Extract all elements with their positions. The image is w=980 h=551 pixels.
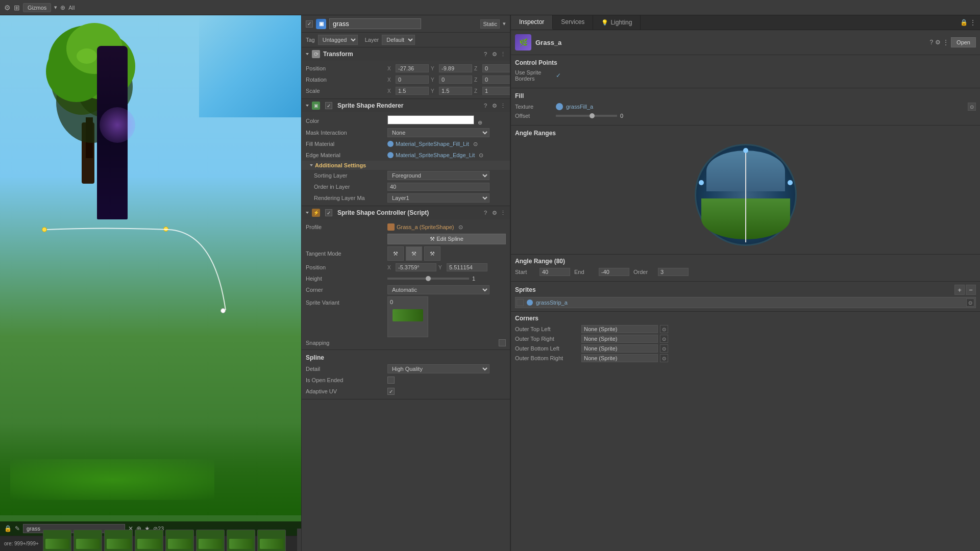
rot-x-input[interactable] xyxy=(396,76,429,84)
sprites-remove-btn[interactable]: − xyxy=(966,285,976,295)
transform-menu-icon[interactable]: ⋮ xyxy=(500,51,506,58)
offset-slider[interactable] xyxy=(556,115,617,117)
rot-z-input[interactable] xyxy=(482,76,510,84)
settings-icon[interactable]: ⚙ xyxy=(4,4,11,12)
pos-y-input[interactable] xyxy=(439,64,472,72)
corner-dropdown[interactable]: Automatic xyxy=(387,285,489,294)
ssc-menu-icon[interactable]: ⋮ xyxy=(500,210,506,216)
object-active-checkbox[interactable] xyxy=(306,20,313,28)
tangent-btn-1[interactable]: ⚒ xyxy=(387,246,404,261)
spline-dot-1[interactable] xyxy=(42,227,47,232)
color-eyedropper[interactable]: ⊕ xyxy=(478,119,482,126)
thumb-5[interactable] xyxy=(165,530,194,552)
order-input[interactable] xyxy=(658,268,689,276)
thumb-6[interactable] xyxy=(196,530,225,552)
scale-x-input[interactable] xyxy=(396,87,429,95)
angle-dot-left[interactable] xyxy=(699,180,704,185)
sprite-variant-box[interactable]: 0 xyxy=(387,296,428,337)
thumb-2[interactable] xyxy=(74,530,102,552)
ssc-header[interactable]: ⚡ Sprite Shape Controller (Script) ? ⚙ ⋮ xyxy=(302,206,510,219)
thumb-3[interactable] xyxy=(104,530,133,552)
pos-z-input[interactable] xyxy=(482,64,510,72)
scale-z-input[interactable] xyxy=(482,87,510,95)
sprites-add-btn[interactable]: + xyxy=(954,285,965,295)
ssr-help-icon[interactable]: ? xyxy=(484,103,487,109)
tangent-btn-3[interactable]: ⚒ xyxy=(424,246,440,261)
order-in-layer-input[interactable] xyxy=(387,183,489,191)
mask-interaction-dropdown[interactable]: None xyxy=(387,128,489,137)
tangent-btn-2[interactable]: ⚒ xyxy=(406,246,422,261)
tab-inspector[interactable]: Inspector xyxy=(511,15,553,30)
color-picker[interactable] xyxy=(387,115,474,124)
ssc-help-icon[interactable]: ? xyxy=(484,210,487,216)
sprite-target-btn[interactable]: ⊙ xyxy=(966,298,974,307)
tab-services[interactable]: Services xyxy=(553,15,593,30)
adaptive-uv-checkbox[interactable] xyxy=(387,388,395,395)
thumb-4[interactable] xyxy=(135,530,163,552)
lock-icon[interactable]: 🔒 xyxy=(4,525,12,532)
outer-top-right-input[interactable] xyxy=(581,335,658,343)
thumb-7[interactable] xyxy=(227,530,255,552)
ssc-enabled-checkbox[interactable] xyxy=(325,209,332,216)
spline-dot-3[interactable] xyxy=(220,308,226,313)
open-button[interactable]: Open xyxy=(951,37,976,47)
sorting-layer-dropdown[interactable]: Foreground xyxy=(387,171,489,180)
texture-target-btn[interactable]: ⊙ xyxy=(968,103,976,111)
ssr-menu-icon[interactable]: ⋮ xyxy=(500,103,506,109)
pos-x-input[interactable] xyxy=(396,64,429,72)
static-button[interactable]: Static xyxy=(480,19,500,29)
sprite-collapse-icon[interactable] xyxy=(517,299,524,306)
ssc-pos-y-input[interactable] xyxy=(447,263,487,271)
tag-dropdown[interactable]: Untagged xyxy=(318,35,358,45)
profile-target[interactable]: ⊙ xyxy=(458,224,463,231)
edit-spline-button[interactable]: ⚒ Edit Spline xyxy=(387,234,506,244)
transform-header[interactable]: ⟳ Transform ? ⚙ ⋮ xyxy=(302,47,510,61)
lock-icon-right[interactable]: 🔒 xyxy=(960,19,968,26)
height-slider[interactable] xyxy=(387,278,469,280)
transform-help-icon[interactable]: ? xyxy=(484,51,487,57)
ssr-settings-icon[interactable]: ⚙ xyxy=(492,103,497,109)
is-open-ended-checkbox[interactable] xyxy=(387,377,395,384)
start-input[interactable] xyxy=(540,268,570,276)
additional-settings-header[interactable]: Additional Settings xyxy=(302,161,510,170)
detail-dropdown[interactable]: High Quality xyxy=(387,364,489,373)
outer-bottom-right-input[interactable] xyxy=(581,354,658,362)
outer-top-left-input[interactable] xyxy=(581,325,658,333)
object-name-input[interactable] xyxy=(329,18,421,29)
fill-mat-target[interactable]: ⊙ xyxy=(473,141,478,147)
rot-y-input[interactable] xyxy=(439,76,472,84)
gizmos-button[interactable]: Gizmos xyxy=(23,3,51,12)
angle-dot-right[interactable] xyxy=(788,180,793,185)
ssr-header[interactable]: ▣ Sprite Shape Renderer ? ⚙ ⋮ xyxy=(302,99,510,112)
edge-mat-target[interactable]: ⊙ xyxy=(479,152,483,159)
asset-question[interactable]: ? xyxy=(929,39,933,46)
ssr-enabled-checkbox[interactable] xyxy=(325,102,332,109)
transform-settings-icon[interactable]: ⚙ xyxy=(492,51,497,58)
angle-circle[interactable] xyxy=(695,144,797,246)
ssc-settings-icon[interactable]: ⚙ xyxy=(492,210,497,216)
spline-dot-2[interactable] xyxy=(163,227,168,232)
layer-dropdown[interactable]: Default xyxy=(382,35,415,45)
scene-canvas[interactable] xyxy=(0,15,301,551)
angle-dot-top[interactable] xyxy=(743,148,748,153)
outer-bottom-left-input[interactable] xyxy=(581,344,658,353)
thumb-1[interactable] xyxy=(43,530,71,552)
outer-bottom-left-target[interactable]: ⊙ xyxy=(660,344,668,353)
end-input[interactable] xyxy=(599,268,629,276)
outer-bottom-right-target[interactable]: ⊙ xyxy=(660,354,668,362)
tab-lighting[interactable]: 💡 Lighting xyxy=(593,15,641,30)
outer-top-left-target[interactable]: ⊙ xyxy=(660,325,668,333)
scene-edit-icon[interactable]: ✎ xyxy=(15,525,20,532)
scale-y-input[interactable] xyxy=(439,87,472,95)
scrollbar[interactable] xyxy=(297,529,301,551)
thumb-8[interactable] xyxy=(257,530,286,552)
more-icon-right[interactable]: ⋮ xyxy=(970,19,976,26)
rendering-layer-dropdown[interactable]: Layer1 xyxy=(387,193,489,203)
use-sprite-borders-tick[interactable]: ✓ xyxy=(556,72,561,79)
outer-top-right-target[interactable]: ⊙ xyxy=(660,335,668,343)
asset-settings[interactable]: ⚙ xyxy=(935,39,941,46)
static-dropdown[interactable]: ▾ xyxy=(503,20,506,27)
layout-icon[interactable]: ⊞ xyxy=(14,4,20,12)
ssc-pos-x-input[interactable] xyxy=(396,263,436,271)
asset-more[interactable]: ⋮ xyxy=(943,39,949,46)
